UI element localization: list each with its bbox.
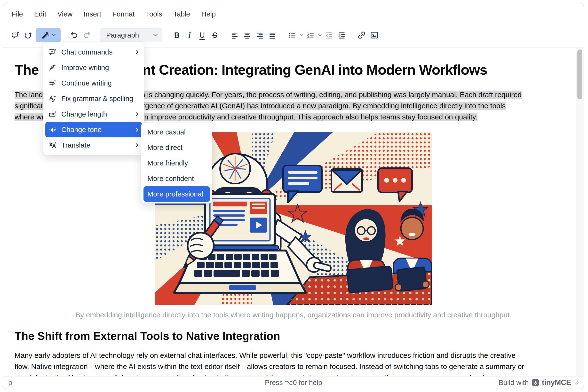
change-tone-icon <box>49 126 57 134</box>
status-bar: p Press ⌥0 for help Build with tinyMCE <box>4 376 584 388</box>
help-shortcut-text: Press ⌥0 for help <box>4 378 584 387</box>
tablet-and-hands <box>395 267 429 291</box>
outdent-button[interactable] <box>323 28 335 42</box>
submenu-item-more-friendly[interactable]: More friendly <box>144 155 210 171</box>
menu-item-chat-commands[interactable]: Chat commands <box>45 44 142 60</box>
redo-button[interactable] <box>81 28 93 42</box>
menu-item-label: Translate <box>61 141 90 149</box>
italic-icon: I <box>188 31 191 39</box>
menu-item-label: Change tone <box>61 126 102 134</box>
envelope-icon-art <box>332 169 362 192</box>
numbered-list-chevron[interactable] <box>317 28 323 42</box>
change-length-icon <box>49 110 57 118</box>
editor-scrollbar[interactable] <box>576 48 584 376</box>
branding-link[interactable]: Build with tinyMCE <box>498 378 571 387</box>
brand-name: tinyMCE <box>542 378 571 387</box>
menu-item-translate[interactable]: Translate <box>45 137 142 153</box>
indent-icon <box>338 31 346 39</box>
menu-item-label: Continue writing <box>61 79 112 87</box>
menu-format[interactable]: Format <box>113 10 135 18</box>
continue-writing-icon <box>49 79 57 87</box>
ai-chat-button[interactable] <box>9 28 22 42</box>
align-justify-icon <box>268 31 277 39</box>
scrollbar-thumb[interactable] <box>577 50 582 99</box>
block-format-value: Paragraph <box>106 31 139 39</box>
chevron-right-icon <box>136 112 138 116</box>
ai-shortcuts-button[interactable] <box>22 28 35 42</box>
bullet-list-button[interactable] <box>286 28 299 42</box>
chevron-down-icon <box>318 34 322 36</box>
align-left-button[interactable] <box>228 28 241 42</box>
menu-item-fix-grammar[interactable]: Fix grammar & spelling <box>45 91 142 106</box>
change-tone-submenu: More casual More direct More friendly Mo… <box>141 122 212 204</box>
indent-button[interactable] <box>335 28 348 42</box>
menu-bar: File Edit View Insert Format Tools Table… <box>4 4 584 23</box>
numbered-list-icon: 123 <box>307 31 315 39</box>
magic-wand-icon <box>41 31 50 40</box>
fix-grammar-icon <box>49 95 57 102</box>
chevron-down-icon <box>153 34 158 36</box>
menu-item-continue-writing[interactable]: Continue writing <box>45 75 142 91</box>
translate-icon <box>49 141 57 149</box>
italic-button[interactable]: I <box>183 28 196 42</box>
menu-help[interactable]: Help <box>201 10 216 18</box>
align-justify-button[interactable] <box>266 28 279 42</box>
menu-insert[interactable]: Insert <box>84 10 101 18</box>
menu-table[interactable]: Table <box>173 10 190 18</box>
tinymce-logo-icon <box>531 378 539 387</box>
submenu-item-more-confident[interactable]: More confident <box>144 171 210 186</box>
submenu-item-more-professional[interactable]: More professional <box>144 186 210 202</box>
align-left-icon <box>231 31 239 39</box>
strikethrough-icon: S <box>212 32 217 39</box>
undo-icon <box>70 31 79 40</box>
image-icon <box>370 31 379 40</box>
chevron-down-icon <box>300 34 303 36</box>
svg-text:3: 3 <box>307 36 309 38</box>
ai-assistant-button[interactable] <box>36 28 61 42</box>
chat-commands-icon <box>49 48 57 56</box>
chevron-down-icon <box>52 34 56 36</box>
menu-item-label: Fix grammar & spelling <box>61 95 133 103</box>
image-button[interactable] <box>368 28 380 42</box>
underline-icon: U <box>200 32 205 39</box>
align-right-icon <box>256 31 264 39</box>
ai-chat-icon <box>11 31 20 40</box>
menu-item-change-length[interactable]: Change length <box>45 106 142 122</box>
section-heading: The Shift from External Tools to Native … <box>15 330 572 342</box>
bullet-list-chevron[interactable] <box>299 28 304 42</box>
menu-item-improve-writing[interactable]: Improve writing <box>45 60 142 75</box>
menu-item-change-tone[interactable]: Change tone <box>45 122 142 137</box>
ai-assistant-menu: Chat commands Improve writing Continue w… <box>43 42 144 155</box>
improve-writing-icon <box>49 64 57 72</box>
laptop-back <box>347 266 393 293</box>
bold-button[interactable]: B <box>171 28 183 42</box>
menu-edit[interactable]: Edit <box>34 10 46 18</box>
menu-tools[interactable]: Tools <box>146 10 162 18</box>
undo-button[interactable] <box>68 28 81 42</box>
menu-file[interactable]: File <box>12 10 23 18</box>
align-center-icon <box>243 31 251 39</box>
strikethrough-button[interactable]: S <box>208 28 221 42</box>
chevron-right-icon <box>136 143 138 147</box>
link-icon <box>357 31 366 40</box>
chevron-right-icon <box>136 128 138 132</box>
submenu-item-more-casual[interactable]: More casual <box>144 124 210 140</box>
ai-shortcuts-icon <box>24 31 33 40</box>
menu-item-label: Improve writing <box>61 64 109 72</box>
chevron-right-icon <box>136 50 138 54</box>
outdent-icon <box>325 31 333 39</box>
block-format-select[interactable]: Paragraph <box>100 28 162 42</box>
link-button[interactable] <box>355 28 368 42</box>
menu-view[interactable]: View <box>58 10 73 18</box>
body-paragraph: Many early adopters of AI technology rel… <box>15 350 572 376</box>
menu-item-label: Change length <box>61 110 107 118</box>
bold-icon: B <box>174 32 180 39</box>
redo-icon <box>82 31 91 40</box>
align-center-button[interactable] <box>241 28 254 42</box>
submenu-item-more-direct[interactable]: More direct <box>144 140 210 155</box>
underline-button[interactable]: U <box>196 28 208 42</box>
numbered-list-button[interactable]: 123 <box>304 28 317 42</box>
image-caption: By embedding intelligence directly into … <box>15 310 572 320</box>
align-right-button[interactable] <box>254 28 266 42</box>
menu-item-label: Chat commands <box>61 48 113 56</box>
